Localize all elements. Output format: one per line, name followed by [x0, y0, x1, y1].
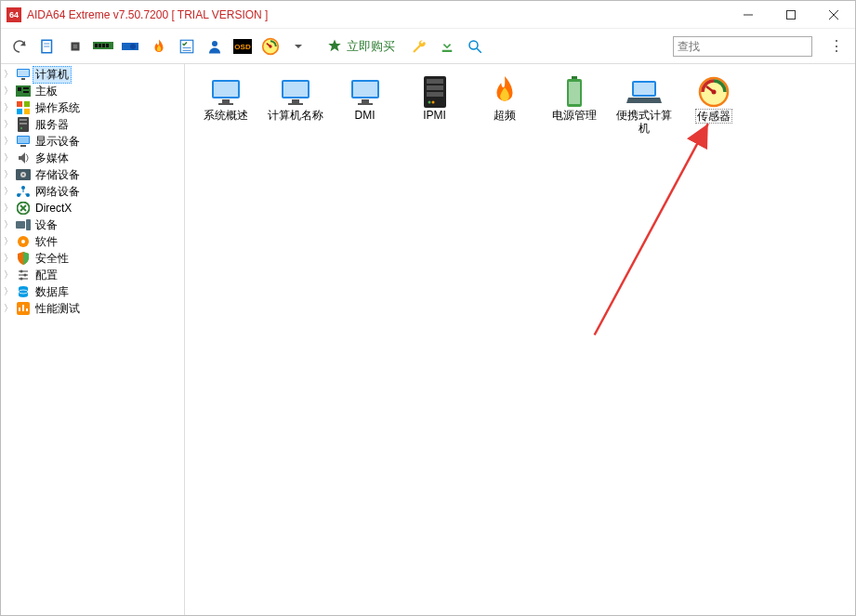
osd-icon[interactable]: OSD — [230, 33, 256, 59]
memory-icon[interactable] — [90, 33, 116, 59]
buy-now-button[interactable]: 立即购买 — [321, 33, 401, 59]
user-icon[interactable] — [202, 33, 228, 59]
chevron-right-icon: 〉 — [3, 302, 14, 315]
report-icon[interactable] — [34, 33, 60, 59]
svg-rect-72 — [292, 99, 299, 103]
svg-point-15 — [130, 44, 136, 49]
sidebar-item-9[interactable]: 〉 设备 — [1, 216, 184, 233]
sidebar-item-0[interactable]: 〉 计算机 — [1, 66, 184, 83]
grid-item-4[interactable]: 超频 — [469, 73, 539, 138]
grid-item-2[interactable]: DMI — [330, 73, 400, 138]
chevron-right-icon: 〉 — [3, 269, 14, 282]
checklist-icon[interactable] — [174, 33, 200, 59]
cpu-icon[interactable] — [62, 33, 88, 59]
svg-rect-68 — [222, 99, 230, 103]
chevron-right-icon: 〉 — [3, 151, 14, 164]
sidebar-item-14[interactable]: 〉 性能测试 — [1, 300, 184, 317]
svg-rect-81 — [427, 92, 443, 97]
svg-point-24 — [269, 45, 271, 47]
window-title: AIDA64 Extreme v7.50.7200 [ TRIAL VERSIO… — [27, 8, 268, 21]
svg-rect-30 — [21, 78, 25, 80]
svg-point-42 — [20, 127, 22, 129]
svg-rect-86 — [569, 82, 580, 104]
battery-icon — [557, 77, 592, 107]
sidebar-item-label: 软件 — [35, 235, 58, 248]
svg-line-92 — [595, 124, 708, 334]
grid-item-label: 系统概述 — [204, 109, 248, 122]
svg-rect-8 — [73, 44, 78, 48]
svg-rect-10 — [95, 44, 98, 47]
svg-point-48 — [22, 174, 24, 176]
chevron-right-icon: 〉 — [3, 202, 14, 215]
grid-item-1[interactable]: 计算机名称 — [260, 73, 330, 138]
flame-icon — [487, 77, 522, 107]
svg-rect-76 — [362, 99, 369, 103]
chevron-right-icon: 〉 — [3, 101, 14, 114]
monitor-icon — [208, 77, 244, 107]
devices-icon — [16, 217, 31, 232]
sidebar-item-label: 服务器 — [35, 118, 69, 131]
grid-item-0[interactable]: 系统概述 — [191, 73, 260, 138]
svg-rect-25 — [442, 49, 453, 51]
toolbar: OSD 立即购买 ⋮ — [1, 29, 855, 64]
sidebar-item-2[interactable]: 〉 操作系统 — [1, 99, 184, 116]
gauge-icon[interactable] — [257, 33, 283, 59]
sidebar-item-10[interactable]: 〉 软件 — [1, 233, 184, 250]
svg-point-91 — [711, 90, 716, 95]
shield-icon — [16, 251, 31, 266]
svg-point-82 — [428, 101, 430, 104]
gauge-icon — [696, 77, 731, 107]
svg-rect-12 — [102, 44, 105, 47]
sidebar-item-label: 设备 — [35, 218, 58, 231]
svg-rect-13 — [106, 44, 109, 47]
grid-item-5[interactable]: 电源管理 — [539, 73, 609, 138]
grid-item-7[interactable]: 传感器 — [678, 73, 748, 138]
svg-point-83 — [431, 101, 434, 104]
dropdown-icon[interactable] — [285, 33, 311, 59]
sidebar-item-7[interactable]: 〉 网络设备 — [1, 183, 184, 200]
grid-item-6[interactable]: 便携式计算机 — [609, 73, 678, 138]
buy-now-label: 立即购买 — [347, 38, 395, 55]
disc-icon — [16, 234, 31, 249]
search-tool-icon[interactable] — [462, 33, 488, 59]
minimize-button[interactable] — [727, 1, 770, 29]
svg-rect-37 — [17, 109, 22, 114]
chevron-right-icon: 〉 — [3, 235, 14, 248]
svg-rect-29 — [18, 70, 29, 76]
close-button[interactable] — [812, 1, 855, 29]
flame-icon[interactable] — [146, 33, 172, 59]
grid-item-label: 便携式计算机 — [611, 109, 677, 135]
more-menu-icon[interactable]: ⋮ — [823, 33, 849, 59]
chevron-right-icon: 〉 — [3, 135, 14, 148]
sidebar-item-11[interactable]: 〉 安全性 — [1, 250, 184, 267]
svg-rect-84 — [572, 76, 577, 79]
sidebar-item-6[interactable]: 〉 存储设备 — [1, 166, 184, 183]
grid-item-label: 传感器 — [695, 109, 732, 124]
gpu-icon[interactable] — [118, 33, 144, 59]
chevron-right-icon: 〉 — [3, 218, 14, 231]
sidebar-item-3[interactable]: 〉 服务器 — [1, 116, 184, 133]
svg-rect-33 — [23, 87, 29, 89]
svg-text:OSD: OSD — [234, 43, 251, 51]
sidebar-item-13[interactable]: 〉 数据库 — [1, 283, 184, 300]
wrench-icon[interactable] — [406, 33, 432, 59]
app-icon: 64 — [7, 7, 21, 22]
board-icon — [16, 84, 31, 98]
sidebar-item-1[interactable]: 〉 主板 — [1, 83, 184, 99]
sidebar-item-label: DirectX — [35, 202, 72, 215]
maximize-button[interactable] — [770, 1, 812, 29]
window-controls — [727, 1, 855, 29]
download-icon[interactable] — [434, 33, 460, 59]
svg-point-60 — [20, 270, 23, 273]
refresh-icon[interactable] — [7, 33, 33, 59]
directx-icon — [16, 201, 31, 216]
monitor-icon — [348, 77, 383, 107]
search-input[interactable] — [673, 36, 812, 57]
grid-item-3[interactable]: IPMI — [400, 73, 469, 138]
svg-rect-75 — [353, 82, 377, 97]
sidebar-item-8[interactable]: 〉 DirectX — [1, 200, 184, 216]
sidebar-item-4[interactable]: 〉 显示设备 — [1, 133, 184, 150]
chevron-right-icon: 〉 — [3, 68, 14, 81]
sidebar-item-12[interactable]: 〉 配置 — [1, 267, 184, 283]
sidebar-item-5[interactable]: 〉 多媒体 — [1, 150, 184, 166]
